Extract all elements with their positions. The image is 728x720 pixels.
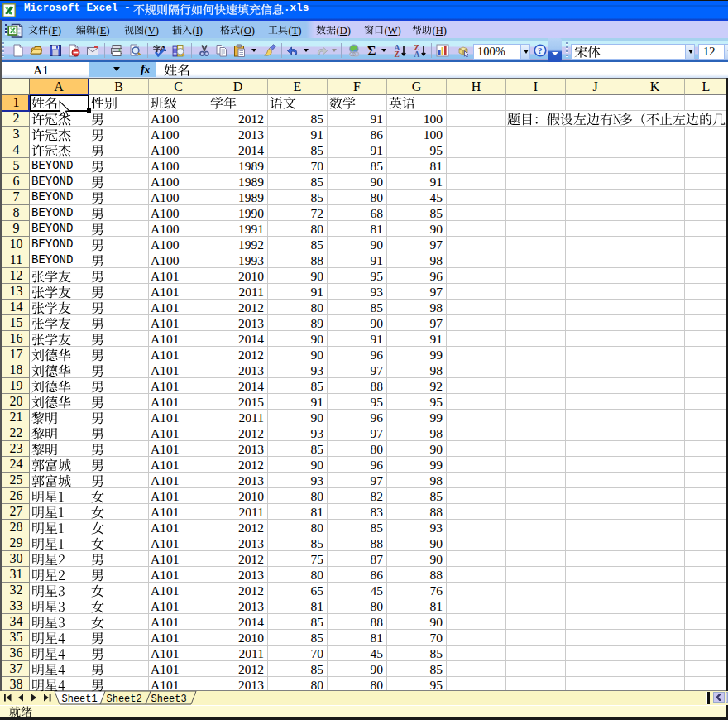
svg-text:Σ: Σ: [367, 44, 376, 57]
svg-text:?: ?: [538, 46, 543, 55]
svg-text:A: A: [414, 50, 420, 57]
svg-text:Z: Z: [395, 50, 400, 57]
